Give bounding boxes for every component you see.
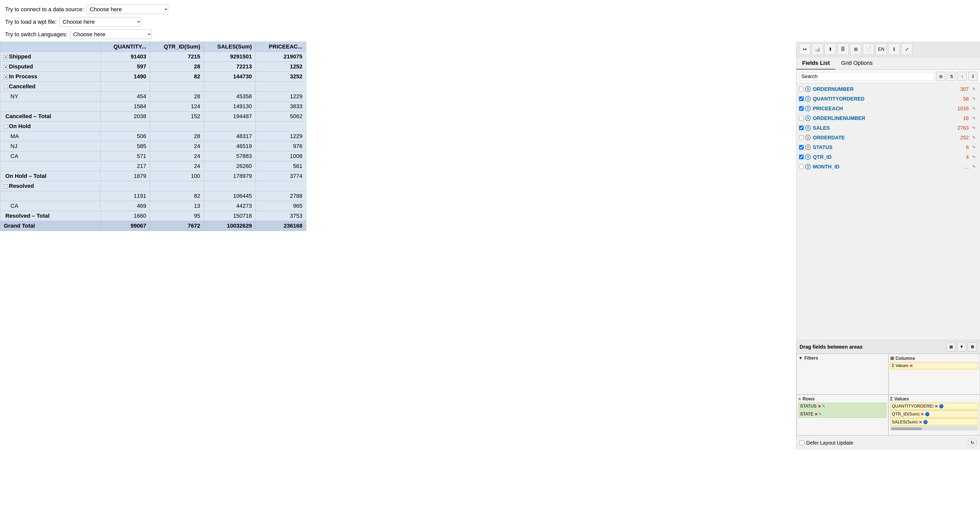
chip-edit[interactable]: 🔵 xyxy=(923,420,928,425)
expand-icon[interactable]: - xyxy=(4,185,8,189)
values-area: Σ Values QUANTITYORDEREI✕🔵QTR_ID(Sum)✕🔵S… xyxy=(888,395,980,435)
drag-table-icon[interactable]: ⊞ xyxy=(946,342,956,352)
table-row: Cancelled – Total20381521944875062 xyxy=(0,111,306,121)
field-count-label: 307 xyxy=(960,86,969,92)
field-checkbox[interactable] xyxy=(799,126,803,130)
field-checkbox[interactable] xyxy=(799,97,803,101)
chip-remove[interactable]: ✕ xyxy=(919,420,922,425)
expand-icon[interactable]: ⤢ xyxy=(901,44,912,55)
field-edit-btn[interactable]: ✎ xyxy=(970,115,977,122)
drag-filter-icon[interactable]: ▼ xyxy=(957,342,966,352)
field-edit-btn[interactable]: ✎ xyxy=(970,134,977,141)
field-edit-btn[interactable]: ✎ xyxy=(970,163,977,170)
field-checkbox[interactable] xyxy=(799,135,803,140)
sort-az-btn[interactable]: ⇅ xyxy=(947,72,956,81)
table-header-row: QUANTITY... QTR_ID(Sum) SALES(Sum) PRICE… xyxy=(0,42,306,52)
chip-remove[interactable]: ✕ xyxy=(815,412,818,417)
table-row: 1191821064452788 xyxy=(0,191,306,201)
table-row: -On Hold xyxy=(0,121,306,131)
list-item: 9MONTH_ID...✎ xyxy=(797,162,980,172)
table-row: CA4691344273965 xyxy=(0,201,306,211)
chart-icon[interactable]: 📊 xyxy=(812,44,823,55)
expand-icon[interactable]: - xyxy=(4,85,8,89)
field-type-badge: 9 xyxy=(805,115,811,121)
list-item: 9PRICEEACH1016✎ xyxy=(797,103,980,113)
table-row: On Hold – Total18791001789793774 xyxy=(0,171,306,181)
page-icon[interactable]: 📄 xyxy=(863,44,874,55)
chip-edit[interactable]: ✎ xyxy=(822,404,825,409)
pivot-table: QUANTITY... QTR_ID(Sum) SALES(Sum) PRICE… xyxy=(0,41,306,231)
field-name-label: STATUS xyxy=(813,145,963,150)
field-type-badge: A xyxy=(805,135,811,140)
top-controls: Try to connect to a data source: Choose … xyxy=(0,0,980,41)
sort-num-btn[interactable]: ↧ xyxy=(968,72,977,81)
drag-settings-icon[interactable]: ⚙ xyxy=(968,342,977,352)
chip-values-label: Values xyxy=(896,363,908,368)
defer-checkbox[interactable] xyxy=(800,441,804,445)
field-type-badge: 9 xyxy=(805,96,811,102)
field-count-label: 58 xyxy=(963,96,969,102)
field-edit-btn[interactable]: ✎ xyxy=(970,144,977,151)
expand-icon[interactable]: + xyxy=(4,75,8,79)
chip-edit[interactable]: 🔵 xyxy=(939,404,944,409)
language-label: Try to switch Languages: xyxy=(5,31,67,38)
chip-remove[interactable]: ✕ xyxy=(921,412,924,417)
field-checkbox[interactable] xyxy=(799,116,803,121)
expand-icon[interactable]: + xyxy=(4,65,8,69)
sigma-icon: Σ xyxy=(892,363,895,368)
scrollbar-thumb xyxy=(891,428,922,430)
chip-remove-btn[interactable]: ✕ xyxy=(910,363,913,368)
value-chip[interactable]: SALES(Sum)✕🔵 xyxy=(890,419,978,426)
chip-remove[interactable]: ✕ xyxy=(818,404,821,409)
chip-edit[interactable]: ✎ xyxy=(819,412,822,417)
field-checkbox[interactable] xyxy=(799,145,803,150)
tab-fields-list[interactable]: Fields List xyxy=(797,57,835,69)
field-edit-btn[interactable]: ✎ xyxy=(970,86,977,93)
table-row: Resolved – Total1660951507183753 xyxy=(0,211,306,221)
field-edit-btn[interactable]: ✎ xyxy=(970,153,977,161)
sort-za-btn[interactable]: ↕ xyxy=(958,72,967,81)
field-checkbox[interactable] xyxy=(799,87,803,91)
chip-remove[interactable]: ✕ xyxy=(935,404,938,409)
expand-icon[interactable]: + xyxy=(4,55,8,59)
row-chip[interactable]: STATE✕✎ xyxy=(798,411,886,418)
table-icon[interactable]: ⊞ xyxy=(850,44,861,55)
connect-select[interactable]: Choose here xyxy=(86,5,168,14)
field-checkbox[interactable] xyxy=(799,155,803,159)
filter-icon: ▼ xyxy=(798,355,803,361)
value-chip[interactable]: QUANTITYORDEREI✕🔵 xyxy=(890,403,978,410)
wpt-select[interactable]: Choose here xyxy=(59,17,141,27)
columns-area: ⊞ Columns Σ Values ✕ xyxy=(888,354,980,395)
info-icon[interactable]: ℹ xyxy=(888,44,900,55)
expand-icon[interactable]: - xyxy=(4,125,8,129)
lang-icon[interactable]: EN xyxy=(876,44,887,55)
language-select[interactable]: Choose here xyxy=(70,30,151,39)
value-chip[interactable]: QTR_ID(Sum)✕🔵 xyxy=(890,411,978,418)
field-edit-btn[interactable]: ✎ xyxy=(970,124,977,131)
add-field-btn[interactable]: ⊞ xyxy=(936,72,945,81)
search-bar: ⊞ ⇅ ↕ ↧ xyxy=(797,70,980,83)
refresh-btn[interactable]: ↻ xyxy=(968,438,977,447)
table-row: +In Process1490821447303252 xyxy=(0,72,306,82)
field-checkbox[interactable] xyxy=(799,164,803,169)
table-row: +Disputed59728722131252 xyxy=(0,62,306,72)
field-checkbox[interactable] xyxy=(799,106,803,111)
values-scrollbar[interactable] xyxy=(890,426,978,431)
sigma-icon2: Σ xyxy=(890,396,893,402)
rows-icon: ≡ xyxy=(798,396,801,402)
drag-label-text: Drag fields between areas xyxy=(800,344,862,350)
upload-icon[interactable]: ⬆ xyxy=(824,44,836,55)
chip-edit[interactable]: 🔵 xyxy=(925,412,930,417)
search-input[interactable] xyxy=(799,72,935,81)
list-item: 9QTR_ID4✎ xyxy=(797,152,980,162)
field-edit-btn[interactable]: ✎ xyxy=(970,105,977,112)
columns-values-chip[interactable]: Σ Values ✕ xyxy=(890,362,978,369)
field-name-label: ORDERDATE xyxy=(813,135,958,141)
row-chip[interactable]: STATUS✕✎ xyxy=(798,403,886,410)
tab-grid-options[interactable]: Grid Options xyxy=(835,57,878,69)
field-edit-btn[interactable]: ✎ xyxy=(970,95,977,102)
pin-icon[interactable]: ↦ xyxy=(799,44,810,55)
field-count-label: 2763 xyxy=(958,125,969,131)
database-icon[interactable]: 🗄 xyxy=(837,44,849,55)
field-name-label: MONTH_ID xyxy=(813,164,962,170)
